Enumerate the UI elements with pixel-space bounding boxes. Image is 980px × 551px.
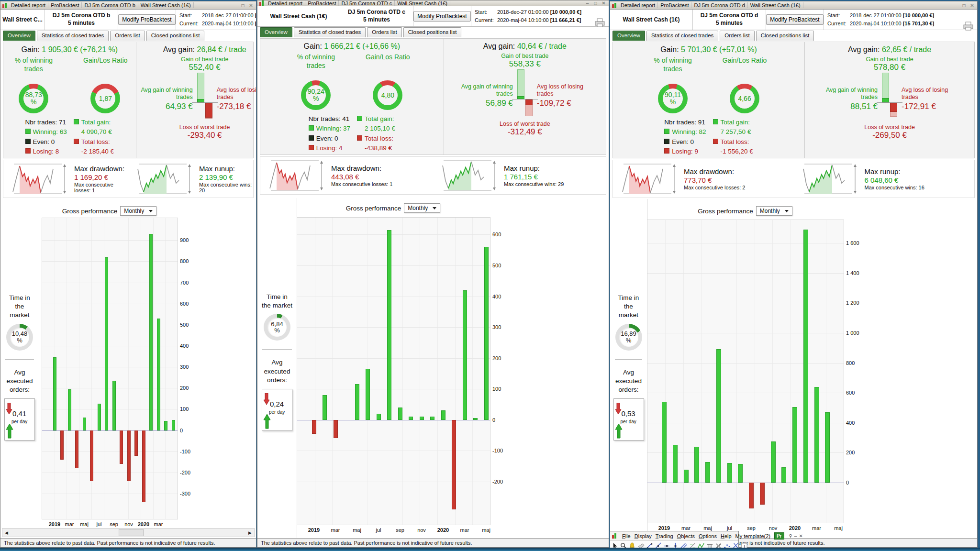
account-tab[interactable]: Wall Street Cash (1€)	[610, 10, 693, 30]
start-capital: [2 500,00 €	[255, 12, 256, 18]
minimize-button[interactable]: –	[232, 3, 238, 8]
chart-bar	[323, 395, 327, 420]
current-label: Current:	[475, 16, 497, 24]
chart-bar	[473, 418, 478, 419]
report-window: Detailed report ProBacktest DJ 5m Corona…	[0, 1, 256, 548]
y-axis-label: -200	[492, 479, 503, 485]
gross-performance-chart[interactable]: 6005004003002001000-100-2002019marmajjul…	[297, 217, 490, 525]
y-axis-label: 500	[180, 322, 189, 328]
tab-overview[interactable]: Overview	[260, 27, 292, 37]
window-titlebar[interactable]: Detailed report ProBacktest DJ 5m Corona…	[610, 1, 977, 10]
print-icon[interactable]	[963, 21, 974, 31]
gain-loss-ratio-donut: 1,87	[90, 84, 120, 113]
close-button[interactable]: ✕	[799, 533, 802, 539]
modify-probacktest-button[interactable]: Modify ProBacktest	[413, 11, 470, 22]
runup-sparkline	[136, 162, 194, 196]
tab-orders-list[interactable]: Orders list	[720, 31, 754, 41]
gridline	[472, 218, 473, 525]
runup-sparkline	[441, 159, 499, 192]
menu-trading[interactable]: Trading	[656, 533, 673, 539]
chart-bar	[53, 357, 56, 430]
close-button[interactable]: ✕	[248, 3, 254, 8]
maximize-button[interactable]: □	[961, 3, 967, 8]
account-tab[interactable]: Wall Street C...	[0, 10, 45, 30]
tab-statistics-closed-trades[interactable]: Statistics of closed trades	[294, 27, 366, 37]
modify-probacktest-button[interactable]: Modify ProBacktest	[118, 14, 175, 25]
time-in-market-label: Time in the market	[0, 294, 39, 320]
horizontal-scrollbar[interactable]: ◀▶	[2, 528, 255, 537]
minimize-button[interactable]: –	[953, 3, 959, 8]
menu-file[interactable]: File	[622, 533, 631, 539]
tab-closed-positions-list[interactable]: Closed positions list	[756, 31, 814, 41]
start-time: 2018-dec-27 01:00:00	[202, 12, 254, 18]
even-label: Even:	[316, 135, 333, 142]
current-label: Current:	[827, 20, 850, 28]
window-titlebar[interactable]: Detailed report ProBacktest DJ 5m Corona…	[257, 0, 609, 6]
period-dropdown[interactable]: Monthly	[756, 206, 792, 216]
x-axis-label: mar	[148, 521, 169, 527]
chart-bar	[366, 369, 370, 419]
y-axis-label: 500	[492, 263, 501, 268]
chart-bar	[112, 381, 116, 430]
minimize-button[interactable]: –	[794, 533, 797, 539]
avg-win-label: Avg gain of winning trades	[141, 87, 192, 101]
menu-my-template[interactable]: My template(2)	[735, 533, 770, 539]
scroll-thumb[interactable]	[119, 529, 144, 536]
x-axis-label: nov	[411, 527, 432, 533]
drawdown-runup-panel: Max drawdown: 773,70 € Max consecutive l…	[612, 160, 975, 198]
close-button[interactable]: ✕	[969, 3, 975, 8]
y-axis-label: 1 400	[846, 270, 859, 276]
tab-closed-positions-list[interactable]: Closed positions list	[403, 27, 462, 37]
tab-orders-list[interactable]: Orders list	[367, 27, 401, 37]
close-button[interactable]: ✕	[601, 0, 607, 6]
chart-bar	[164, 421, 167, 430]
pin-icon[interactable]: ⚲	[789, 533, 792, 539]
even-value: 0	[690, 138, 694, 145]
x-axis-label: mar	[676, 525, 697, 531]
candlestick-icon	[2, 3, 7, 8]
scroll-track[interactable]	[11, 529, 246, 537]
period-dropdown[interactable]: Monthly	[404, 203, 440, 213]
scroll-right-arrow[interactable]: ▶	[246, 530, 254, 535]
modify-probacktest-button[interactable]: Modify ProBacktest	[766, 14, 823, 25]
ratio-value: 1,87	[99, 95, 112, 102]
y-axis-label: -100	[180, 449, 190, 454]
current-time: 2020-maj-04 10:10:00	[497, 17, 549, 23]
chart-bar	[694, 447, 699, 483]
y-axis-label: -200	[180, 470, 190, 475]
gridline	[420, 218, 420, 525]
gross-performance-chart[interactable]: 1 6001 4001 2001 00080060040020002019mar…	[647, 220, 844, 523]
menu-objects[interactable]: Objects	[677, 533, 695, 539]
gross-performance-chart[interactable]: 9008007006005004003002001000-100-200-300…	[42, 218, 178, 519]
period-dropdown[interactable]: Monthly	[120, 206, 156, 216]
even-swatch	[309, 135, 314, 141]
y-axis-label: 800	[180, 258, 189, 264]
menu-display[interactable]: Display	[635, 533, 652, 539]
up-arrow-icon	[6, 424, 13, 439]
max-consecutive-losses: Max consecutive losses: 1	[331, 181, 392, 187]
title-part: Detailed report	[618, 2, 658, 8]
tab-overview[interactable]: Overview	[612, 31, 645, 41]
tab-orders-list[interactable]: Orders list	[110, 31, 145, 41]
window-titlebar[interactable]: Detailed report ProBacktest DJ 5m Corona…	[0, 1, 256, 10]
avg-win-label: Avg gain of winning trades	[461, 83, 513, 98]
probacktest-badge[interactable]: Pr	[774, 532, 784, 540]
account-tab[interactable]: Wall Street Cash (1€)	[257, 6, 340, 26]
maximize-button[interactable]: □	[240, 3, 246, 8]
chart-bar	[803, 230, 808, 482]
total-loss-value: -438,89 €	[357, 143, 395, 153]
minimize-button[interactable]: –	[584, 0, 590, 6]
tab-overview[interactable]: Overview	[3, 31, 35, 41]
tab-closed-positions-list[interactable]: Closed positions list	[146, 31, 205, 41]
disclaimer-text: The statistics above relate to past data…	[0, 538, 256, 547]
tab-statistics-closed-trades[interactable]: Statistics of closed trades	[37, 31, 109, 41]
report-header: Wall Street Cash (1€) DJ 5m Corona OTD c…	[257, 6, 609, 27]
maximize-button[interactable]: □	[592, 0, 599, 6]
avg-gain-label: Avg gain:	[848, 45, 880, 54]
menu-help[interactable]: Help	[721, 533, 732, 539]
menu-options[interactable]: Options	[699, 533, 717, 539]
percent-sign: %	[670, 99, 676, 106]
tab-statistics-closed-trades[interactable]: Statistics of closed trades	[646, 31, 718, 41]
print-icon[interactable]	[594, 18, 606, 27]
scroll-left-arrow[interactable]: ◀	[2, 530, 11, 535]
